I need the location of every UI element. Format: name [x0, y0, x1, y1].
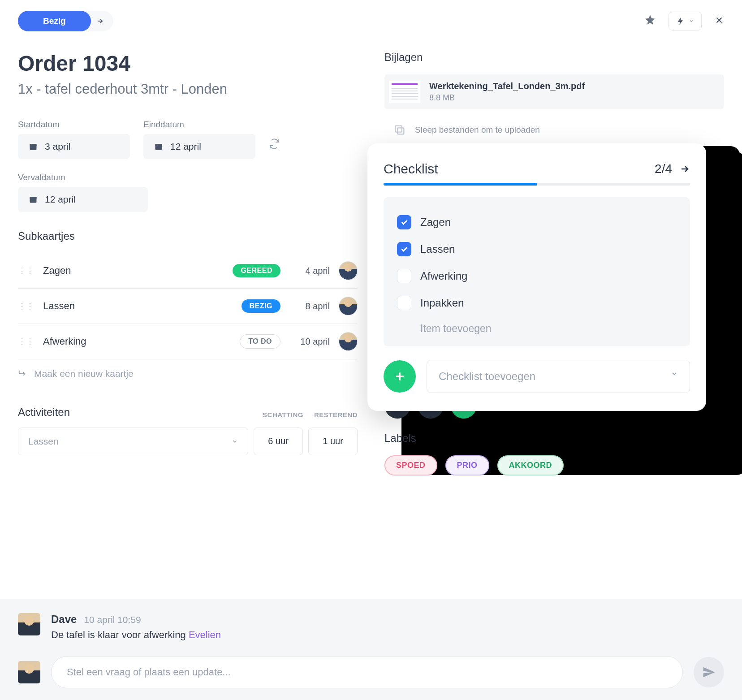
upload-zone[interactable]: Sleep bestanden om te uploaden: [384, 118, 724, 142]
checklist-item-label: Zagen: [420, 216, 451, 229]
checklist-count: 2/4: [655, 162, 672, 176]
subcard-date: 10 april: [289, 337, 330, 347]
activity-select-value: Lassen: [28, 436, 59, 447]
order-title: Order 1034: [18, 51, 358, 76]
sync-button[interactable]: [269, 138, 280, 159]
grip-icon[interactable]: ⋮⋮: [18, 301, 34, 311]
top-bar: Bezig: [0, 0, 742, 42]
close-button[interactable]: [714, 14, 724, 28]
svg-rect-5: [30, 197, 37, 199]
arrow-sub-icon: [18, 369, 28, 379]
calendar-icon: [29, 195, 38, 204]
calendar-icon: [154, 142, 163, 151]
check-icon: [400, 245, 408, 253]
avatar[interactable]: [18, 613, 40, 635]
status-badge: GEREED: [233, 264, 280, 277]
star-icon[interactable]: [644, 14, 656, 29]
start-date-label: Startdatum: [18, 120, 130, 130]
checkbox[interactable]: [397, 215, 411, 229]
actions-menu[interactable]: [669, 12, 702, 30]
new-subcard-label: Maak een nieuw kaartje: [34, 368, 134, 379]
checkbox[interactable]: [397, 296, 411, 310]
attachments-title: Bijlagen: [384, 51, 724, 64]
col-estimate: SCHATTING: [263, 411, 303, 419]
bolt-icon: [676, 17, 685, 26]
order-subtitle: 1x - tafel cederhout 3mtr - Londen: [18, 81, 358, 97]
plus-icon: [393, 370, 406, 383]
comment-text: De tafel is klaar voor afwerking Evelien: [51, 629, 724, 641]
chevron-down-icon: [671, 370, 678, 377]
comments-section: Dave 10 april 10:59 De tafel is klaar vo…: [0, 599, 742, 700]
chevron-down-icon: [689, 18, 694, 24]
subcard-row[interactable]: ⋮⋮ Lassen BEZIG 8 april: [18, 289, 358, 324]
subcard-row[interactable]: ⋮⋮ Zagen GEREED 4 april: [18, 253, 358, 289]
checkbox[interactable]: [397, 269, 411, 283]
label-spoed[interactable]: SPOED: [384, 455, 437, 475]
status-pill-group: Bezig: [18, 11, 113, 31]
status-badge: TO DO: [240, 334, 280, 349]
due-date-value: 12 april: [45, 194, 76, 205]
subcards-title: Subkaartjes: [18, 230, 358, 242]
remaining-input[interactable]: 1 uur: [308, 428, 358, 455]
due-date-label: Vervaldatum: [18, 173, 358, 182]
estimate-input[interactable]: 6 uur: [254, 428, 303, 455]
checklist-item-label: Inpakken: [420, 297, 464, 309]
checklist-select[interactable]: Checklist toevoegen: [427, 360, 690, 393]
start-date-value: 3 april: [45, 141, 70, 152]
subcard-name[interactable]: Zagen: [43, 265, 224, 277]
comment-row: Dave 10 april 10:59 De tafel is klaar vo…: [18, 613, 724, 641]
add-checklist-item[interactable]: Item toevoegen: [397, 316, 677, 335]
send-icon: [702, 665, 716, 679]
checkbox[interactable]: [397, 242, 411, 256]
status-advance-button[interactable]: [91, 12, 109, 30]
grip-icon[interactable]: ⋮⋮: [18, 337, 34, 346]
upload-hint: Sleep bestanden om te uploaden: [415, 125, 540, 135]
avatar[interactable]: [339, 332, 358, 351]
label-prio[interactable]: PRIO: [445, 455, 489, 475]
checklist-item-label: Afwerking: [420, 270, 467, 282]
svg-rect-3: [155, 144, 162, 146]
start-date-input[interactable]: 3 april: [18, 134, 130, 159]
calendar-icon: [29, 142, 38, 151]
grip-icon[interactable]: ⋮⋮: [18, 266, 34, 276]
avatar[interactable]: [18, 661, 40, 683]
status-badge: BEZIG: [242, 299, 280, 313]
compose-input[interactable]: Stel een vraag of plaats een update...: [51, 656, 683, 688]
avatar[interactable]: [339, 297, 358, 315]
close-icon: [714, 15, 724, 25]
attachment-item[interactable]: Werktekening_Tafel_Londen_3m.pdf 8.8 MB: [384, 74, 724, 109]
status-pill[interactable]: Bezig: [18, 11, 91, 31]
send-button[interactable]: [694, 657, 724, 687]
subcard-name[interactable]: Afwerking: [43, 336, 231, 347]
avatar[interactable]: [339, 261, 358, 280]
end-date-value: 12 april: [170, 141, 201, 152]
arrow-right-icon[interactable]: [679, 164, 690, 174]
col-remaining: RESTEREND: [314, 411, 358, 419]
subcard-date: 8 april: [289, 301, 330, 311]
end-date-input[interactable]: 12 april: [143, 134, 255, 159]
new-subcard-button[interactable]: Maak een nieuw kaartje: [18, 368, 358, 379]
checklist-popover: Checklist 2/4 Zagen Lassen Afwerking Inp…: [367, 143, 706, 411]
end-date-label: Einddatum: [143, 120, 255, 130]
attachment-name: Werktekening_Tafel_Londen_3m.pdf: [429, 81, 585, 91]
svg-rect-7: [396, 126, 402, 132]
sync-icon: [269, 138, 280, 149]
activity-select[interactable]: Lassen: [18, 428, 248, 455]
svg-rect-6: [397, 128, 404, 134]
subcard-row[interactable]: ⋮⋮ Afwerking TO DO 10 april: [18, 324, 358, 359]
label-akkoord[interactable]: AKKOORD: [497, 455, 564, 475]
comment-author: Dave: [51, 613, 77, 626]
arrow-right-icon: [96, 17, 104, 25]
checklist-progress: [384, 183, 690, 186]
mention[interactable]: Evelien: [189, 629, 221, 640]
subcard-name[interactable]: Lassen: [43, 300, 233, 312]
add-checklist-button[interactable]: [384, 360, 416, 393]
comment-time: 10 april 10:59: [84, 614, 141, 625]
copy-icon: [393, 124, 406, 136]
svg-rect-1: [30, 144, 37, 146]
due-date-input[interactable]: 12 april: [18, 187, 148, 212]
checklist-title: Checklist: [384, 161, 438, 177]
document-thumb-icon: [389, 81, 420, 103]
subcard-date: 4 april: [289, 266, 330, 276]
check-icon: [400, 218, 408, 226]
